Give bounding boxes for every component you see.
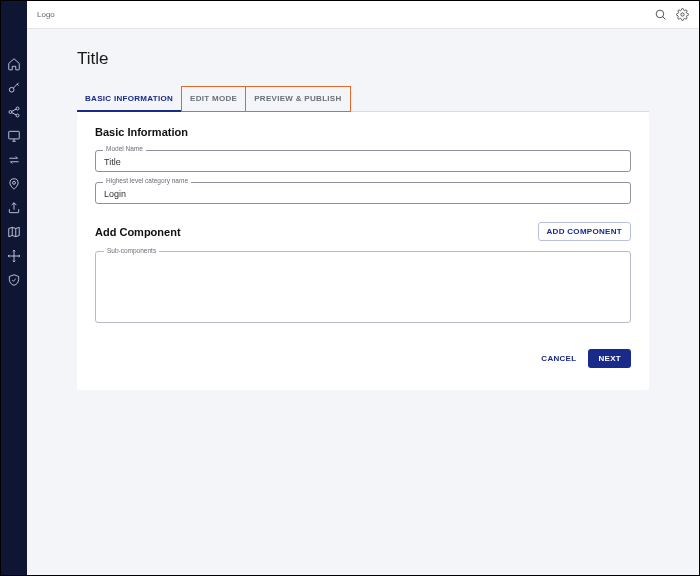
svg-point-2 — [16, 107, 19, 110]
svg-point-1 — [9, 111, 12, 114]
subcomponents-label: Sub-components — [104, 247, 159, 254]
model-name-input[interactable] — [95, 150, 631, 172]
svg-point-3 — [16, 114, 19, 117]
svg-point-5 — [13, 181, 16, 184]
form-card: Basic Information Model Name Highest lev… — [77, 112, 649, 390]
monitor-icon[interactable] — [7, 129, 21, 143]
map-icon[interactable] — [7, 225, 21, 239]
next-button[interactable]: NEXT — [588, 349, 631, 368]
tab-basic-information[interactable]: BASIC INFORMATION — [77, 87, 181, 112]
cancel-button[interactable]: CANCEL — [541, 354, 576, 363]
subcomponents-box[interactable]: Sub-components — [95, 251, 631, 323]
model-name-label: Model Name — [103, 145, 146, 152]
basic-info-heading: Basic Information — [95, 126, 631, 138]
category-input[interactable] — [95, 182, 631, 204]
page-title: Title — [77, 49, 649, 69]
location-icon[interactable] — [7, 177, 21, 191]
sidebar — [1, 1, 27, 575]
model-name-field-wrapper: Model Name — [95, 150, 631, 172]
svg-point-0 — [9, 87, 14, 92]
search-icon[interactable] — [653, 8, 667, 22]
add-component-heading: Add Component — [95, 226, 181, 238]
swap-icon[interactable] — [7, 153, 21, 167]
svg-point-7 — [680, 13, 683, 16]
settings-icon[interactable] — [675, 8, 689, 22]
footer-actions: CANCEL NEXT — [95, 349, 631, 368]
move-icon[interactable] — [7, 249, 21, 263]
content-area: Title BASIC INFORMATION EDIT MODE PREVIE… — [27, 29, 699, 575]
tabs: BASIC INFORMATION EDIT MODE PREVIEW & PU… — [77, 87, 649, 112]
category-field-wrapper: Highest level category name — [95, 182, 631, 204]
category-label: Highest level category name — [103, 177, 191, 184]
tab-edit-mode[interactable]: EDIT MODE — [181, 86, 246, 112]
logo-text: Logo — [37, 10, 55, 19]
add-component-button[interactable]: ADD COMPONENT — [538, 222, 631, 241]
home-icon[interactable] — [7, 57, 21, 71]
export-icon[interactable] — [7, 201, 21, 215]
shield-icon[interactable] — [7, 273, 21, 287]
svg-rect-4 — [9, 131, 20, 139]
tab-preview-publish[interactable]: PREVIEW & PUBLISH — [246, 86, 350, 112]
share-icon[interactable] — [7, 105, 21, 119]
topbar: Logo — [27, 1, 699, 29]
svg-point-6 — [656, 10, 664, 18]
key-icon[interactable] — [7, 81, 21, 95]
